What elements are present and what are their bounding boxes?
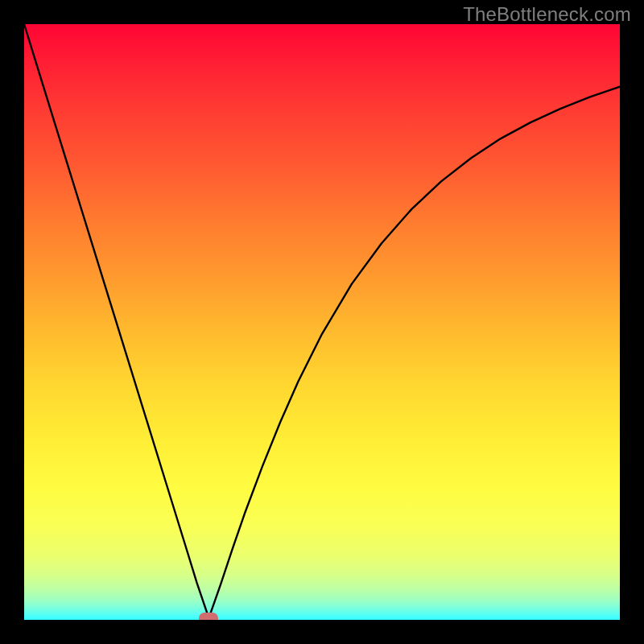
- watermark-text: TheBottleneck.com: [463, 3, 631, 26]
- chart-frame: TheBottleneck.com: [0, 0, 644, 644]
- bottleneck-curve: [24, 24, 620, 620]
- minimum-marker: [199, 613, 218, 620]
- plot-area: [24, 24, 620, 620]
